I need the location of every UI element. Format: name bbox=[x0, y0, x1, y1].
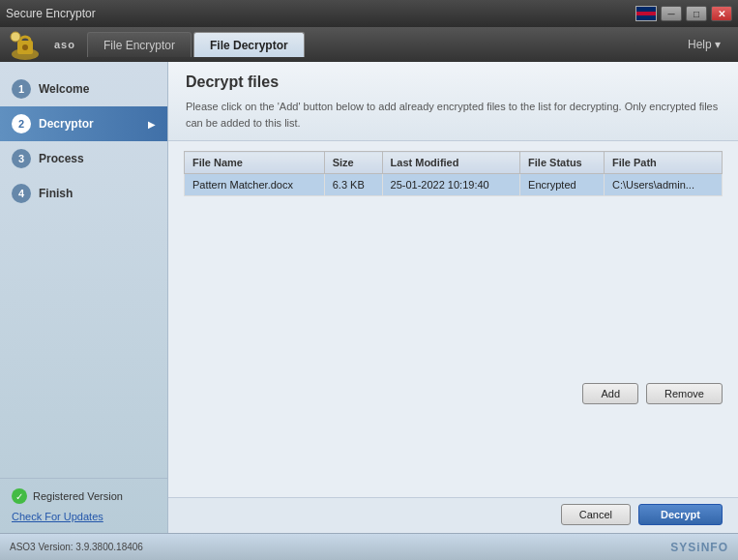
sysinf-watermark: SYSiNFO bbox=[670, 541, 728, 554]
content-area: Decrypt files Please click on the 'Add' … bbox=[168, 62, 738, 533]
cancel-button[interactable]: Cancel bbox=[561, 504, 631, 525]
title-bar: Secure Encryptor ─ □ ✕ bbox=[0, 0, 738, 27]
app-logo bbox=[8, 27, 43, 62]
file-table: File Name Size Last Modified File Status… bbox=[184, 151, 723, 196]
content-header: Decrypt files Please click on the 'Add' … bbox=[168, 62, 738, 141]
cell-file-path: C:\Users\admin... bbox=[604, 174, 722, 196]
registered-row: ✓ Registered Version bbox=[12, 488, 156, 504]
step-4-circle: 4 bbox=[12, 184, 31, 203]
cell-file-name: Pattern Matcher.docx bbox=[185, 174, 325, 196]
flag-icon bbox=[635, 6, 657, 21]
restore-button[interactable]: □ bbox=[686, 6, 707, 21]
svg-point-3 bbox=[22, 44, 28, 50]
registered-label: Registered Version bbox=[33, 490, 123, 502]
sidebar-footer: ✓ Registered Version Check For Updates bbox=[0, 478, 167, 533]
sidebar-item-label-finish: Finish bbox=[39, 187, 73, 200]
add-button[interactable]: Add bbox=[582, 383, 638, 404]
sidebar: 1 Welcome 2 Decryptor ▶ 3 Process 4 Fini… bbox=[0, 62, 168, 533]
close-button[interactable]: ✕ bbox=[711, 6, 732, 21]
check-for-updates-link[interactable]: Check For Updates bbox=[12, 511, 103, 522]
cell-file-size: 6.3 KB bbox=[324, 174, 382, 196]
toolbar: aso File Encryptor File Decryptor Help ▾ bbox=[0, 27, 738, 62]
cell-last-modified: 25-01-2022 10:19:40 bbox=[382, 174, 520, 196]
content-body: File Name Size Last Modified File Status… bbox=[168, 141, 738, 497]
help-menu[interactable]: Help ▾ bbox=[678, 34, 730, 55]
cell-file-status: Encrypted bbox=[520, 174, 605, 196]
window-title: Secure Encryptor bbox=[6, 7, 96, 20]
step-3-circle: 3 bbox=[12, 149, 31, 168]
brand-label: aso bbox=[44, 39, 85, 50]
main-layout: 1 Welcome 2 Decryptor ▶ 3 Process 4 Fini… bbox=[0, 62, 738, 533]
col-header-modified: Last Modified bbox=[382, 152, 520, 174]
content-description: Please click on the 'Add' button below t… bbox=[186, 99, 721, 131]
bottom-actions: Cancel Decrypt bbox=[168, 497, 738, 533]
remove-button[interactable]: Remove bbox=[646, 383, 723, 404]
col-header-status: File Status bbox=[520, 152, 605, 174]
table-row[interactable]: Pattern Matcher.docx 6.3 KB 25-01-2022 1… bbox=[185, 174, 723, 196]
sidebar-item-label-welcome: Welcome bbox=[39, 82, 89, 96]
col-header-path: File Path bbox=[604, 152, 722, 174]
title-bar-controls: ─ □ ✕ bbox=[635, 6, 732, 21]
col-header-name: File Name bbox=[185, 152, 325, 174]
sidebar-item-process[interactable]: 3 Process bbox=[0, 141, 167, 176]
step-2-circle: 2 bbox=[12, 114, 31, 133]
sidebar-item-label-process: Process bbox=[39, 152, 84, 165]
step-1-circle: 1 bbox=[12, 79, 31, 99]
sidebar-item-decryptor[interactable]: 2 Decryptor ▶ bbox=[0, 106, 167, 141]
version-label: ASO3 Version: 3.9.3800.18406 bbox=[10, 542, 143, 552]
col-header-size: Size bbox=[324, 152, 382, 174]
tab-file-decryptor[interactable]: File Decryptor bbox=[193, 32, 305, 57]
file-table-wrapper: File Name Size Last Modified File Status… bbox=[184, 151, 723, 383]
decrypt-button[interactable]: Decrypt bbox=[638, 504, 723, 525]
table-actions: Add Remove bbox=[184, 383, 723, 404]
sidebar-item-finish[interactable]: 4 Finish bbox=[0, 176, 167, 211]
content-title: Decrypt files bbox=[186, 74, 721, 91]
sidebar-item-label-decryptor: Decryptor bbox=[39, 117, 94, 131]
title-bar-left: Secure Encryptor bbox=[6, 7, 96, 20]
minimize-button[interactable]: ─ bbox=[661, 6, 682, 21]
svg-point-5 bbox=[11, 32, 20, 42]
tab-file-encryptor[interactable]: File Encryptor bbox=[87, 32, 192, 57]
sidebar-arrow-decryptor: ▶ bbox=[148, 119, 156, 130]
registered-check-icon: ✓ bbox=[12, 488, 27, 504]
bottom-bar: ASO3 Version: 3.9.3800.18406 SYSiNFO bbox=[0, 533, 738, 560]
sidebar-item-welcome[interactable]: 1 Welcome bbox=[0, 72, 167, 106]
